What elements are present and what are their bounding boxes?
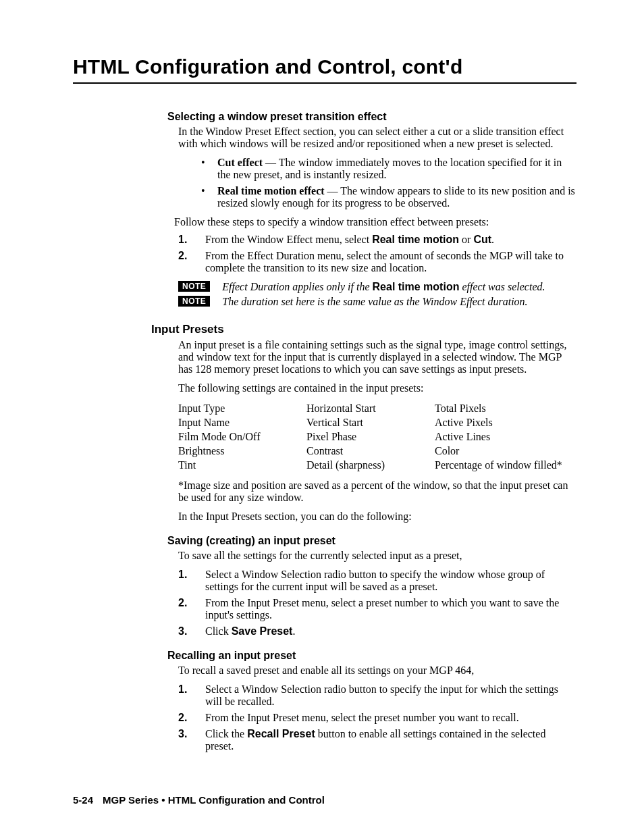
intro-transition: In the Window Preset Effect section, you… <box>178 126 576 150</box>
settings-table: Input Type Input Name Film Mode On/Off B… <box>178 401 576 473</box>
note-badge: NOTE <box>178 281 210 292</box>
page-number: 5-24 <box>73 794 93 806</box>
save-step-1: 1.Select a Window Selection radio button… <box>178 569 576 593</box>
note-2: NOTE The duration set here is the same v… <box>178 296 576 308</box>
step-1: 1. From the Window Effect menu, select R… <box>178 234 576 246</box>
steps-transition: 1. From the Window Effect menu, select R… <box>178 234 576 274</box>
input-presets-following2: In the Input Presets section, you can do… <box>178 511 576 523</box>
save-step-2: 2.From the Input Preset menu, select a p… <box>178 597 576 621</box>
follow-steps: Follow these steps to specify a window t… <box>174 216 576 228</box>
steps-saving: 1.Select a Window Selection radio button… <box>178 569 576 637</box>
footer-text: MGP Series • HTML Configuration and Cont… <box>103 794 325 806</box>
bullet-list: Cut effect — The window immediately move… <box>201 157 576 209</box>
page: HTML Configuration and Control, cont'd S… <box>0 0 644 834</box>
asterisk-note: *Image size and position are saved as a … <box>178 479 576 504</box>
input-presets-desc: An input preset is a file containing set… <box>178 339 576 375</box>
recall-step-2: 2.From the Input Preset menu, select the… <box>178 712 576 724</box>
note-1: NOTE Effect Duration applies only if the… <box>178 281 576 293</box>
bullet-realtime: Real time motion effect — The window app… <box>201 185 576 209</box>
recall-intro: To recall a saved preset and enable all … <box>178 664 576 677</box>
save-step-3: 3.Click Save Preset. <box>178 625 576 637</box>
settings-col-3: Total Pixels Active Pixels Active Lines … <box>435 401 590 473</box>
settings-col-1: Input Type Input Name Film Mode On/Off B… <box>178 401 306 473</box>
subhead-transition-effect: Selecting a window preset transition eff… <box>167 111 576 123</box>
note-badge: NOTE <box>178 296 210 307</box>
realtime-effect-label: Real time motion effect <box>217 185 325 197</box>
footer: 5-24MGP Series • HTML Configuration and … <box>73 794 325 806</box>
step-2: 2. From the Effect Duration menu, select… <box>178 250 576 274</box>
saving-intro: To save all the settings for the current… <box>178 550 576 562</box>
recall-step-3: 3.Click the Recall Preset button to enab… <box>178 728 576 752</box>
settings-col-2: Horizontal Start Vertical Start Pixel Ph… <box>306 401 435 473</box>
page-header: HTML Configuration and Control, cont'd <box>73 55 576 84</box>
recall-step-1: 1.Select a Window Selection radio button… <box>178 683 576 708</box>
section-input-presets: Input Presets <box>151 323 576 336</box>
steps-recalling: 1.Select a Window Selection radio button… <box>178 683 576 752</box>
cut-effect-label: Cut effect <box>217 157 263 168</box>
input-presets-following: The following settings are contained in … <box>178 382 576 394</box>
bullet-cut: Cut effect — The window immediately move… <box>201 157 576 181</box>
subhead-recalling: Recalling an input preset <box>167 650 576 662</box>
subhead-saving: Saving (creating) an input preset <box>167 535 576 547</box>
